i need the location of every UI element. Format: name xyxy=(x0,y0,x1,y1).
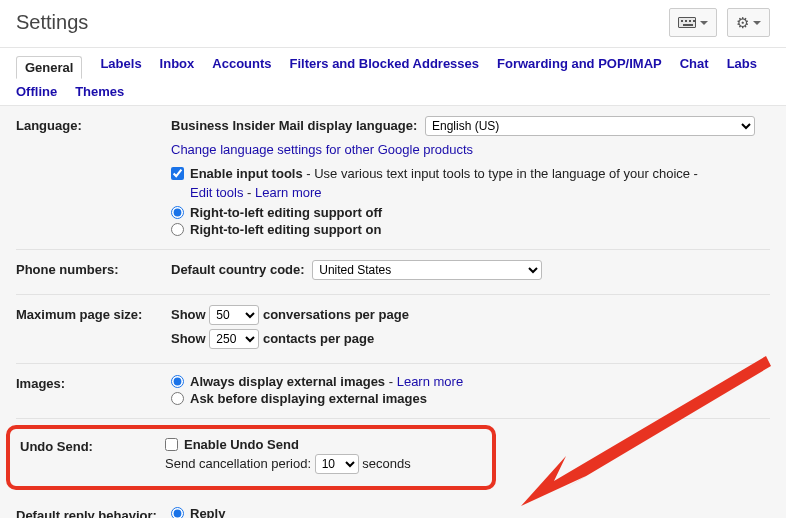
tab-labels[interactable]: Labels xyxy=(100,56,141,78)
edit-tools-link[interactable]: Edit tools xyxy=(190,185,243,200)
phone-label: Phone numbers: xyxy=(16,260,171,284)
cancellation-period-select[interactable]: 10 xyxy=(315,454,359,474)
show-label-2: Show xyxy=(171,331,206,346)
enable-undo-send-label: Enable Undo Send xyxy=(184,437,299,452)
show-label-1: Show xyxy=(171,307,206,322)
change-language-link[interactable]: Change language settings for other Googl… xyxy=(171,142,473,157)
reply-radio[interactable] xyxy=(171,507,184,519)
settings-content: Language: Business Insider Mail display … xyxy=(0,106,786,518)
rtl-off-label: Right-to-left editing support off xyxy=(190,205,382,220)
tab-accounts[interactable]: Accounts xyxy=(212,56,271,78)
conversations-suffix: conversations per page xyxy=(263,307,409,322)
dash: - xyxy=(385,374,397,389)
tab-forwarding[interactable]: Forwarding and POP/IMAP xyxy=(497,56,662,78)
learn-more-link[interactable]: Learn more xyxy=(255,185,321,200)
rtl-off-radio[interactable] xyxy=(171,206,184,219)
settings-header: Settings ⚙ xyxy=(0,0,786,48)
images-label: Images: xyxy=(16,374,171,408)
cancellation-period-label: Send cancellation period: xyxy=(165,456,311,471)
images-always-label: Always display external images xyxy=(190,374,385,389)
default-country-select[interactable]: United States xyxy=(312,260,542,280)
page-title: Settings xyxy=(16,11,88,34)
conversations-per-page-select[interactable]: 50 xyxy=(209,305,259,325)
dropdown-caret-icon xyxy=(753,21,761,25)
enable-input-tools-checkbox[interactable] xyxy=(171,167,184,180)
images-ask-label: Ask before displaying external images xyxy=(190,391,427,406)
keyboard-icon xyxy=(678,17,696,28)
cancellation-period-suffix: seconds xyxy=(362,456,410,471)
dash: - xyxy=(243,185,255,200)
tab-chat[interactable]: Chat xyxy=(680,56,709,78)
undo-send-highlight: Undo Send: Enable Undo Send Send cancell… xyxy=(6,425,496,490)
images-always-radio[interactable] xyxy=(171,375,184,388)
enable-input-tools-label: Enable input tools xyxy=(190,166,303,181)
section-language: Language: Business Insider Mail display … xyxy=(16,106,770,250)
reply-label: Reply xyxy=(190,506,225,519)
dropdown-caret-icon xyxy=(700,21,708,25)
default-country-label: Default country code: xyxy=(171,262,305,277)
input-tools-button[interactable] xyxy=(669,8,717,37)
settings-tabs: General Labels Inbox Accounts Filters an… xyxy=(0,48,786,106)
section-page-size: Maximum page size: Show 50 conversations… xyxy=(16,295,770,364)
enable-undo-send-checkbox[interactable] xyxy=(165,438,178,451)
contacts-per-page-select[interactable]: 250 xyxy=(209,329,259,349)
page-size-label: Maximum page size: xyxy=(16,305,171,353)
undo-send-label: Undo Send: xyxy=(20,437,165,478)
header-buttons: ⚙ xyxy=(669,8,770,37)
gear-icon: ⚙ xyxy=(736,14,749,32)
display-language-label: Business Insider Mail display language: xyxy=(171,118,417,133)
rtl-on-radio[interactable] xyxy=(171,223,184,236)
section-phone: Phone numbers: Default country code: Uni… xyxy=(16,250,770,295)
images-ask-radio[interactable] xyxy=(171,392,184,405)
section-default-reply: Default reply behavior: Learn more Reply… xyxy=(16,496,770,519)
tab-themes[interactable]: Themes xyxy=(75,84,124,99)
tab-labs[interactable]: Labs xyxy=(727,56,757,78)
settings-gear-button[interactable]: ⚙ xyxy=(727,8,770,37)
contacts-suffix: contacts per page xyxy=(263,331,374,346)
section-undo-send: Undo Send: Enable Undo Send Send cancell… xyxy=(20,437,482,478)
enable-input-tools-desc: - Use various text input tools to type i… xyxy=(303,166,698,181)
rtl-on-label: Right-to-left editing support on xyxy=(190,222,381,237)
tab-filters[interactable]: Filters and Blocked Addresses xyxy=(290,56,480,78)
tab-general[interactable]: General xyxy=(16,56,82,79)
display-language-select[interactable]: English (US) xyxy=(425,116,755,136)
default-reply-label: Default reply behavior: Learn more xyxy=(16,506,171,519)
tab-inbox[interactable]: Inbox xyxy=(160,56,195,78)
section-images: Images: Always display external images -… xyxy=(16,364,770,419)
tab-offline[interactable]: Offline xyxy=(16,84,57,99)
images-learn-more-link[interactable]: Learn more xyxy=(397,374,463,389)
language-label: Language: xyxy=(16,116,171,239)
